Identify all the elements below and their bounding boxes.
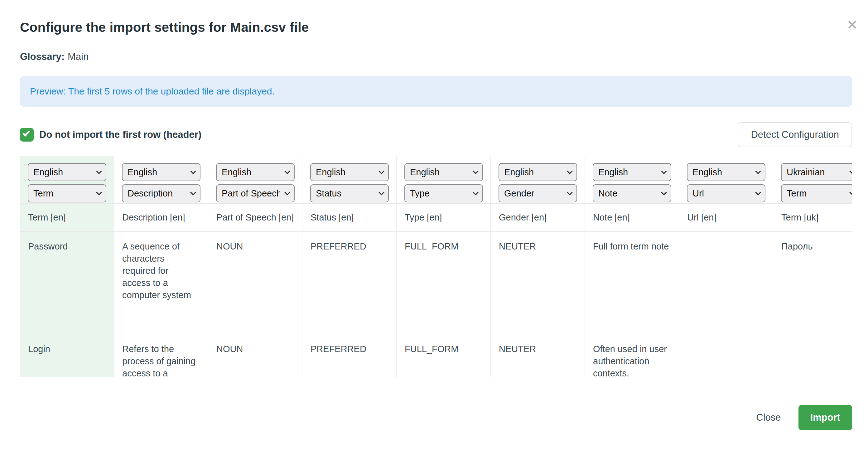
table-cell: PREFERRED bbox=[303, 232, 397, 334]
mapping-cell: English Term bbox=[20, 156, 114, 203]
close-button[interactable]: Close bbox=[756, 412, 781, 423]
table-cell: Often used in user authentication contex… bbox=[585, 334, 679, 377]
table-cell: FULL_FORM bbox=[397, 334, 491, 377]
language-select[interactable]: English bbox=[404, 163, 483, 181]
csv-header-cell: Url [en] bbox=[679, 204, 773, 231]
csv-header-cell: Status [en] bbox=[303, 204, 397, 231]
language-select[interactable]: English bbox=[122, 163, 200, 181]
table-row: Password A sequence of characters requir… bbox=[20, 232, 852, 334]
detect-configuration-button[interactable]: Detect Configuration bbox=[738, 122, 852, 147]
field-select[interactable]: Note bbox=[593, 184, 671, 202]
field-select[interactable]: Status bbox=[310, 184, 389, 202]
table-cell: NEUTER bbox=[491, 334, 585, 377]
mapping-cell: Ukrainian Term bbox=[773, 156, 852, 203]
table-cell: NEUTER bbox=[491, 232, 585, 334]
csv-header-row: Term [en] Description [en] Part of Speec… bbox=[20, 204, 852, 232]
csv-header-cell: Type [en] bbox=[397, 204, 491, 231]
csv-header-cell: Gender [en] bbox=[491, 204, 585, 231]
table-cell bbox=[773, 334, 852, 377]
table-cell bbox=[679, 232, 773, 334]
table-cell: Full form term note bbox=[585, 232, 679, 334]
mapping-cell: English Type bbox=[397, 156, 491, 203]
table-cell: Пароль bbox=[773, 232, 852, 334]
import-settings-modal: ✕ Configure the import settings for Main… bbox=[0, 0, 868, 450]
field-select[interactable]: Term bbox=[781, 184, 852, 202]
language-select[interactable]: English bbox=[687, 163, 766, 181]
table-cell: Password bbox=[20, 232, 114, 334]
csv-header-cell: Note [en] bbox=[585, 204, 679, 231]
preview-info-text: Preview: The first 5 rows of the uploade… bbox=[30, 86, 275, 97]
table-row: Login Refers to the process of gaining a… bbox=[20, 334, 852, 377]
field-select[interactable]: Part of Speech bbox=[216, 184, 294, 202]
table-cell: NOUN bbox=[208, 232, 303, 334]
page-title: Configure the import settings for Main.c… bbox=[20, 20, 309, 35]
checkbox-checked-icon[interactable] bbox=[20, 128, 34, 142]
csv-header-cell: Term [en] bbox=[20, 204, 114, 231]
field-select[interactable]: Term bbox=[28, 184, 106, 202]
skip-header-checkbox[interactable]: Do not import the first row (header) bbox=[20, 128, 202, 142]
mapping-cell: English Description bbox=[114, 156, 208, 203]
language-select[interactable]: Ukrainian bbox=[781, 163, 852, 181]
table-cell: FULL_FORM bbox=[397, 232, 491, 334]
field-select[interactable]: Url bbox=[687, 184, 766, 202]
table-cell: NOUN bbox=[208, 334, 303, 377]
language-select[interactable]: English bbox=[310, 163, 389, 181]
language-select[interactable]: English bbox=[499, 163, 577, 181]
glossary-value: Main bbox=[68, 51, 89, 62]
csv-header-cell: Part of Speech [en] bbox=[208, 204, 303, 231]
mapping-cell: English Part of Speech bbox=[208, 156, 303, 203]
language-select[interactable]: English bbox=[216, 163, 294, 181]
glossary-line: Glossary:Main bbox=[20, 51, 852, 62]
mapping-cell: English Gender bbox=[491, 156, 585, 203]
field-select[interactable]: Type bbox=[404, 184, 483, 202]
table-cell: Refers to the process of gaining access … bbox=[114, 334, 208, 377]
checkmark-icon bbox=[23, 129, 30, 137]
field-select[interactable]: Gender bbox=[499, 184, 577, 202]
table-cell: Login bbox=[20, 334, 114, 377]
skip-header-label: Do not import the first row (header) bbox=[39, 129, 202, 140]
glossary-label: Glossary: bbox=[20, 51, 65, 62]
mapping-cell: English Url bbox=[679, 156, 773, 203]
language-select[interactable]: English bbox=[28, 163, 106, 181]
csv-header-cell: Term [uk] bbox=[773, 204, 852, 231]
mapping-cell: English Note bbox=[585, 156, 679, 203]
table-cell: A sequence of characters required for ac… bbox=[114, 232, 208, 334]
table-cell bbox=[679, 334, 773, 377]
import-preview-table: English Term English Description English… bbox=[20, 156, 852, 377]
mapping-cell: English Status bbox=[303, 156, 397, 203]
preview-info-banner: Preview: The first 5 rows of the uploade… bbox=[20, 76, 852, 107]
field-select[interactable]: Description bbox=[122, 184, 200, 202]
import-button[interactable]: Import bbox=[799, 405, 852, 430]
column-mapping-row: English Term English Description English… bbox=[20, 156, 852, 204]
table-cell: PREFERRED bbox=[303, 334, 397, 377]
csv-header-cell: Description [en] bbox=[114, 204, 208, 231]
language-select[interactable]: English bbox=[593, 163, 671, 181]
